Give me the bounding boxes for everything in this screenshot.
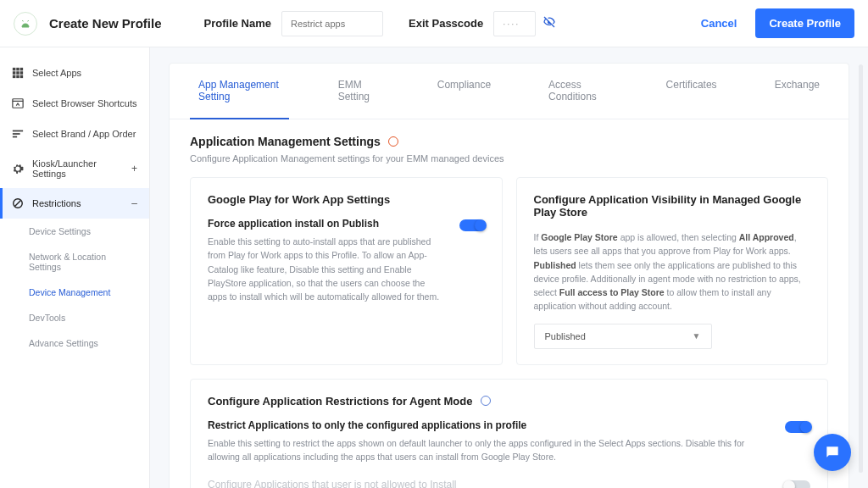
svg-rect-9 — [16, 75, 19, 79]
svg-rect-4 — [20, 68, 24, 71]
sidebar-item-label: Kiosk/Launcher Settings — [32, 158, 123, 179]
exit-passcode-input[interactable] — [493, 11, 536, 36]
agent-icon — [481, 396, 491, 406]
svg-rect-10 — [20, 75, 24, 79]
visibility-description: If Google Play Store app is allowed, the… — [534, 230, 811, 313]
main-content: App Management Setting EMM Setting Compl… — [150, 47, 868, 488]
sidebar-sub-device-settings[interactable]: Device Settings — [0, 219, 149, 244]
panel: App Management Setting EMM Setting Compl… — [169, 63, 849, 488]
svg-rect-13 — [13, 133, 20, 135]
tab-emm[interactable]: EMM Setting — [330, 64, 388, 119]
tab-compliance[interactable]: Compliance — [429, 64, 499, 119]
sidebar-item-select-apps[interactable]: Select Apps — [0, 58, 149, 88]
tab-access[interactable]: Access Conditions — [540, 64, 616, 119]
sidebar-sub-network[interactable]: Network & Location Settings — [0, 244, 149, 280]
create-profile-button[interactable]: Create Profile — [755, 8, 854, 38]
sidebar-item-label: Restrictions — [32, 198, 81, 208]
sidebar-item-kiosk[interactable]: Kiosk/Launcher Settings + — [0, 149, 149, 188]
card-play-for-work: Google Play for Work App Settings Force … — [190, 177, 503, 365]
header-actions: Cancel Create Profile — [701, 8, 854, 38]
sidebar-item-label: Select Apps — [32, 68, 81, 78]
svg-rect-12 — [13, 130, 23, 132]
exit-passcode-label: Exit Passcode — [409, 17, 483, 30]
card-visibility: Configure Application Visibility in Mana… — [516, 177, 829, 365]
chat-fab[interactable] — [814, 434, 851, 471]
svg-rect-5 — [13, 71, 16, 75]
sidebar-item-label: Select Browser Shortcuts — [32, 98, 137, 108]
gear-icon — [12, 163, 24, 175]
tab-certificates[interactable]: Certificates — [658, 64, 726, 119]
plus-icon[interactable]: + — [131, 163, 137, 175]
restrict-apps-toggle[interactable] — [785, 421, 810, 433]
sort-icon — [12, 128, 24, 140]
card-agent-mode: Configure Application Restrictions for A… — [190, 379, 828, 488]
info-icon[interactable] — [388, 136, 398, 147]
sidebar-sub-devtools[interactable]: DevTools — [0, 305, 149, 330]
svg-rect-6 — [16, 71, 19, 75]
section-desc: Configure Application Management setting… — [190, 153, 828, 164]
visibility-toggle-icon[interactable] — [542, 15, 556, 31]
card-title: Configure Application Restrictions for A… — [208, 395, 472, 408]
force-install-label: Force application install on Publish — [208, 218, 446, 230]
block-icon — [12, 197, 24, 209]
svg-rect-3 — [16, 68, 19, 71]
profile-name-label: Profile Name — [204, 17, 271, 30]
force-install-toggle[interactable] — [459, 219, 485, 231]
select-value: Published — [545, 331, 586, 341]
page-title: Create New Profile — [49, 16, 162, 30]
tab-exchange[interactable]: Exchange — [766, 64, 828, 119]
exit-passcode-field: Exit Passcode — [409, 11, 556, 36]
tab-app-management[interactable]: App Management Setting — [190, 64, 289, 119]
blocked-apps-label: Configure Applications that user is not … — [208, 479, 771, 488]
blocked-apps-toggle[interactable] — [785, 480, 810, 488]
logo — [14, 12, 37, 36]
svg-rect-14 — [13, 136, 17, 138]
svg-rect-8 — [13, 75, 16, 79]
cancel-button[interactable]: Cancel — [701, 17, 737, 30]
minus-icon[interactable]: – — [131, 197, 137, 209]
sidebar-sub-advance[interactable]: Advance Settings — [0, 330, 149, 356]
tabs: App Management Setting EMM Setting Compl… — [170, 64, 849, 119]
sidebar-item-browser-shortcuts[interactable]: Select Browser Shortcuts — [0, 88, 149, 119]
svg-rect-7 — [20, 71, 24, 75]
profile-name-input[interactable] — [281, 11, 383, 36]
apps-icon — [12, 67, 24, 79]
header: Create New Profile Profile Name Exit Pas… — [0, 0, 868, 47]
card-title: Configure Application Visibility in Mana… — [534, 193, 811, 219]
sidebar: Select Apps Select Browser Shortcuts Sel… — [0, 47, 150, 488]
restrict-apps-label: Restrict Applications to only the config… — [208, 419, 771, 431]
browser-icon — [12, 97, 24, 109]
sidebar-sub-device-management[interactable]: Device Management — [0, 280, 149, 305]
card-title: Google Play for Work App Settings — [208, 193, 485, 206]
sidebar-item-restrictions[interactable]: Restrictions – — [0, 188, 149, 219]
sidebar-item-label: Select Brand / App Order — [32, 129, 136, 139]
visibility-select[interactable]: Published ▼ — [534, 324, 712, 349]
force-install-help: Enable this setting to auto-install apps… — [208, 235, 446, 303]
section: Application Management Settings Configur… — [170, 119, 849, 488]
section-title: Application Management Settings — [190, 135, 381, 148]
sidebar-item-brand-order[interactable]: Select Brand / App Order — [0, 119, 149, 149]
chat-icon — [824, 444, 841, 461]
profile-name-field: Profile Name — [204, 11, 383, 36]
scrollbar[interactable] — [859, 64, 863, 473]
svg-rect-2 — [13, 68, 16, 71]
caret-down-icon: ▼ — [693, 331, 701, 341]
restrict-apps-help: Enable this setting to restrict the apps… — [208, 436, 771, 464]
